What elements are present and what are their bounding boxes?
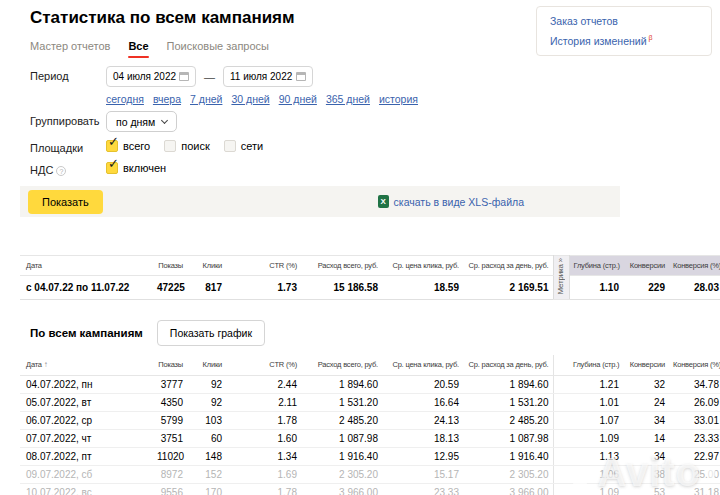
quick-range-history-link[interactable]: история	[379, 93, 418, 105]
help-icon[interactable]: ?	[56, 166, 66, 176]
value-cell: 3751	[153, 429, 187, 447]
quick-range-90days-link[interactable]: 90 дней	[279, 93, 317, 105]
column-header-avg-cpc[interactable]: Ср. цена клика, руб.	[382, 355, 463, 375]
show-button[interactable]: Показать	[28, 190, 103, 214]
beta-badge: β	[649, 34, 653, 41]
date-cell: 09.07.2022, сб	[20, 465, 153, 483]
column-header-total-cost: Расход всего, руб.	[301, 256, 382, 276]
group-label: Группировать	[30, 111, 106, 127]
value-cell: 1.06	[569, 465, 623, 483]
table-row: 05.07.2022, вт4350922.111 531.2016.641 5…	[20, 393, 720, 411]
checkbox-checked-icon[interactable]	[106, 140, 118, 152]
calendar-icon[interactable]	[179, 72, 189, 81]
xls-file-icon: X	[378, 195, 389, 208]
column-header-ctr[interactable]: CTR (%)	[226, 355, 301, 375]
platform-checkbox-search[interactable]: поиск	[164, 140, 210, 152]
platforms-label: Площадки	[30, 138, 106, 154]
column-header-impressions[interactable]: Показы	[153, 355, 187, 375]
value-cell: 22.97	[669, 447, 720, 465]
column-header-avg-daily-cost: Ср. расход за день, руб.	[463, 256, 553, 276]
metrika-tab[interactable]: Метрика »	[553, 256, 569, 300]
vat-label: НДС?	[30, 160, 106, 176]
value-cell: 28.03	[669, 276, 720, 300]
column-divider	[553, 429, 569, 447]
date-cell: 05.07.2022, вт	[20, 393, 153, 411]
campaigns-section-header: По всем кампаниям Показать график	[30, 320, 720, 346]
value-cell: 5799	[153, 411, 187, 429]
value-cell: 3777	[153, 375, 187, 393]
tab-report-master[interactable]: Мастер отчетов	[30, 40, 110, 52]
platform-checkbox-networks[interactable]: сети	[224, 140, 263, 152]
value-cell: 2 485.20	[301, 411, 382, 429]
column-header-depth[interactable]: Глубина (стр.)	[569, 355, 623, 375]
vat-row: НДС? включен	[30, 160, 720, 176]
value-cell: 817	[187, 276, 226, 300]
column-header-conversion-rate[interactable]: Конверсия (%)	[669, 355, 720, 375]
value-cell: 1 894.60	[463, 375, 553, 393]
group-by-select[interactable]: по дням	[106, 111, 177, 132]
value-cell: 1.78	[226, 411, 301, 429]
platform-search-label: поиск	[181, 140, 210, 152]
date-range-dash: —	[204, 71, 215, 83]
value-cell: 20.59	[382, 375, 463, 393]
tab-all[interactable]: Все	[128, 40, 148, 52]
value-cell: 92	[187, 375, 226, 393]
date-to-input[interactable]: 11 июля 2022	[223, 66, 313, 87]
table-row: 07.07.2022, чт3751601.601 087.9818.131 0…	[20, 429, 720, 447]
checkbox-unchecked-icon[interactable]	[224, 140, 236, 152]
order-reports-link[interactable]: Заказ отчетов	[550, 15, 698, 27]
quick-range-yesterday-link[interactable]: вчера	[153, 93, 181, 105]
value-cell: 152	[187, 465, 226, 483]
statistics-page: Заказ отчетов История измененийβ Статист…	[0, 0, 720, 495]
value-cell: 1.21	[569, 375, 623, 393]
value-cell: 33.01	[669, 411, 720, 429]
value-cell: 1.10	[569, 276, 623, 300]
value-cell: 103	[187, 411, 226, 429]
table-row: 06.07.2022, ср57991031.782 485.2024.132 …	[20, 411, 720, 429]
metrika-tab-label: Метрика »	[554, 258, 568, 295]
quick-range-30days-link[interactable]: 30 дней	[231, 93, 269, 105]
value-cell: 23.33	[382, 483, 463, 495]
chevron-down-icon	[161, 116, 168, 123]
date-cell: 07.07.2022, чт	[20, 429, 153, 447]
value-cell: 16.64	[382, 393, 463, 411]
platform-checkbox-total[interactable]: всего	[106, 140, 150, 152]
change-history-link[interactable]: История измененийβ	[550, 34, 698, 47]
column-header-avg-daily-cost[interactable]: Ср. расход за день, руб.	[463, 355, 553, 375]
column-header-conversions[interactable]: Конверсии	[623, 355, 669, 375]
date-from-input[interactable]: 04 июля 2022	[106, 66, 196, 87]
vat-checkbox[interactable]: включен	[106, 162, 166, 174]
change-history-label: История изменений	[550, 35, 647, 47]
quick-range-today-link[interactable]: сегодня	[106, 93, 144, 105]
checkbox-checked-icon[interactable]	[106, 162, 118, 174]
column-header-clicks: Клики	[187, 256, 226, 276]
column-header-date-sortable[interactable]: Дата↑	[20, 355, 153, 375]
value-cell: 31.18	[669, 483, 720, 495]
value-cell: 1.69	[226, 465, 301, 483]
value-cell: 1 894.60	[301, 375, 382, 393]
quick-range-7days-link[interactable]: 7 дней	[190, 93, 222, 105]
value-cell: 38	[623, 465, 669, 483]
checkbox-unchecked-icon[interactable]	[164, 140, 176, 152]
quick-range-365days-link[interactable]: 365 дней	[326, 93, 370, 105]
column-divider	[553, 393, 569, 411]
summary-table: Дата Показы Клики CTR (%) Расход всего, …	[20, 255, 720, 300]
value-cell: 2 305.20	[301, 465, 382, 483]
download-xls-link[interactable]: Xскачать в виде XLS-файла	[378, 195, 524, 208]
value-cell: 1.09	[569, 483, 623, 495]
column-header-conversions: Конверсии	[623, 256, 669, 276]
column-header-depth: Глубина (стр.)	[569, 256, 623, 276]
platforms-row: Площадки всего поиск сети	[30, 138, 720, 154]
value-cell: 25.00	[669, 465, 720, 483]
value-cell: 1 916.40	[463, 447, 553, 465]
column-header-clicks[interactable]: Клики	[187, 355, 226, 375]
column-header-total-cost[interactable]: Расход всего, руб.	[301, 355, 382, 375]
column-header-avg-cpc: Ср. цена клика, руб.	[382, 256, 463, 276]
calendar-icon[interactable]	[296, 72, 306, 81]
group-by-value: по дням	[116, 116, 155, 128]
show-chart-button[interactable]: Показать график	[157, 320, 265, 346]
value-cell: 53	[623, 483, 669, 495]
value-cell: 15 186.58	[301, 276, 382, 300]
tab-search-queries[interactable]: Поисковые запросы	[167, 40, 269, 52]
value-cell: 14	[623, 429, 669, 447]
